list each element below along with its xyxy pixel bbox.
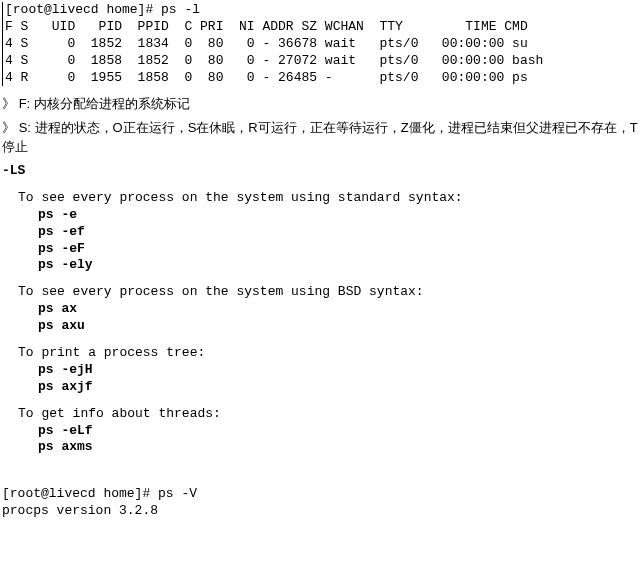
terminal-output-block-2: [root@livecd home]# ps -V procps version…	[2, 486, 640, 520]
ps-table-row: 4 S 0 1858 1852 0 80 0 - 27072 wait pts/…	[5, 53, 640, 70]
annotation-text: S: 进程的状态，O正在运行，S在休眠，R可运行，正在等待运行，Z僵化，进程已结…	[2, 120, 638, 155]
help-section-title: To see every process on the system using…	[18, 284, 640, 301]
help-command: ps -ely	[38, 257, 640, 274]
bullet-marker: 》	[2, 118, 15, 138]
help-prefix: -LS	[2, 163, 640, 180]
version-output: procps version 3.2.8	[2, 503, 640, 520]
help-command: ps axu	[38, 318, 640, 335]
ps-table-header: F S UID PID PPID C PRI NI ADDR SZ WCHAN …	[5, 19, 640, 36]
ps-table-row: 4 R 0 1955 1858 0 80 0 - 26485 - pts/0 0…	[5, 70, 640, 87]
help-section-title: To get info about threads:	[18, 406, 640, 423]
help-section-title: To see every process on the system using…	[18, 190, 640, 207]
help-command: ps ax	[38, 301, 640, 318]
help-command: ps -eF	[38, 241, 640, 258]
help-command: ps -ejH	[38, 362, 640, 379]
command-prompt-2: [root@livecd home]# ps -V	[2, 486, 640, 503]
terminal-output-block-1: [root@livecd home]# ps -l F S UID PID PP…	[2, 2, 640, 86]
command-prompt-1: [root@livecd home]# ps -l	[5, 2, 640, 19]
help-section-title: To print a process tree:	[18, 345, 640, 362]
annotation-s-flag: 》 S: 进程的状态，O正在运行，S在休眠，R可运行，正在等待运行，Z僵化，进程…	[2, 118, 640, 157]
help-command: ps -eLf	[38, 423, 640, 440]
annotation-f-flag: 》 F: 内核分配给进程的系统标记	[2, 94, 640, 114]
ps-table-row: 4 S 0 1852 1834 0 80 0 - 36678 wait pts/…	[5, 36, 640, 53]
help-command: ps -ef	[38, 224, 640, 241]
bullet-marker: 》	[2, 94, 15, 114]
annotation-text: F: 内核分配给进程的系统标记	[19, 96, 190, 111]
help-command: ps axms	[38, 439, 640, 456]
help-command: ps -e	[38, 207, 640, 224]
help-output-block: -LS To see every process on the system u…	[2, 163, 640, 456]
help-command: ps axjf	[38, 379, 640, 396]
